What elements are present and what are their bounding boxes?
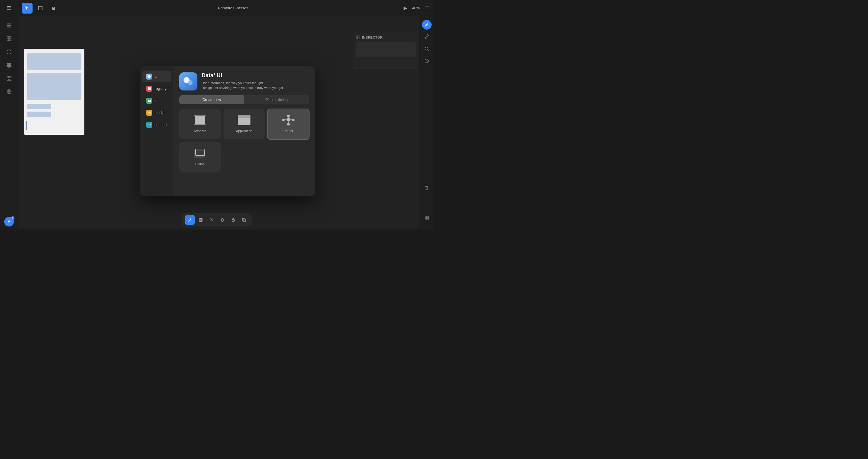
tab-place-existing[interactable]: Place existing bbox=[244, 95, 309, 104]
modal-header: Data² Ui User Interfaces, the way you ev… bbox=[179, 73, 309, 90]
preview-label bbox=[26, 121, 27, 130]
grid-item-dialog[interactable]: Dialog bbox=[179, 142, 221, 172]
topbar-center: Primeiros Passos bbox=[63, 6, 404, 10]
avatar-area: A 1 bbox=[0, 217, 18, 227]
svg-rect-31 bbox=[194, 124, 195, 125]
page-title: Primeiros Passos bbox=[218, 6, 248, 10]
right-icon-history[interactable] bbox=[422, 56, 432, 66]
svg-point-23 bbox=[148, 101, 149, 101]
svg-rect-13 bbox=[7, 76, 8, 78]
sidebar-icon-layers[interactable] bbox=[4, 20, 14, 31]
svg-rect-42 bbox=[282, 119, 284, 121]
svg-point-24 bbox=[147, 124, 148, 125]
right-icon-search[interactable] bbox=[422, 44, 432, 54]
hand-tool[interactable] bbox=[48, 3, 59, 13]
frame-tool[interactable] bbox=[35, 3, 46, 13]
modal-overlay: ui registry bbox=[36, 33, 419, 229]
topbar: ☰ Primeiros Passos ▶ 48% ⬚ bbox=[0, 0, 434, 16]
svg-rect-3 bbox=[38, 9, 39, 10]
play-button[interactable]: ▶ bbox=[404, 5, 407, 11]
svg-rect-46 bbox=[195, 149, 205, 151]
svg-rect-14 bbox=[10, 76, 11, 78]
svg-rect-2 bbox=[41, 6, 42, 7]
router-icon bbox=[281, 114, 296, 126]
canvas-area: INSPECTOR ui bbox=[18, 16, 434, 229]
svg-rect-30 bbox=[204, 115, 206, 116]
svg-rect-8 bbox=[7, 36, 9, 38]
sidebar-icon-components[interactable] bbox=[4, 33, 14, 44]
nav-label-id: id bbox=[155, 98, 157, 103]
modal-nav-item-id[interactable]: id bbox=[142, 95, 172, 106]
svg-rect-11 bbox=[9, 39, 11, 41]
modal-title-area: Data² Ui User Interfaces, the way you ev… bbox=[202, 73, 309, 90]
modal-nav: ui registry bbox=[140, 66, 173, 196]
svg-point-12 bbox=[7, 50, 11, 54]
svg-rect-28 bbox=[195, 116, 205, 124]
nav-label-media: media bbox=[155, 111, 164, 115]
svg-rect-29 bbox=[194, 115, 195, 116]
svg-rect-40 bbox=[287, 115, 290, 117]
avatar[interactable]: A 1 bbox=[4, 217, 14, 227]
svg-point-27 bbox=[188, 80, 193, 85]
zoom-level[interactable]: 48% bbox=[412, 6, 420, 10]
grid-item-artboard[interactable]: Artboard bbox=[179, 109, 221, 139]
right-icon-edit[interactable] bbox=[422, 20, 432, 30]
connect-icon bbox=[146, 122, 152, 128]
svg-rect-1 bbox=[38, 6, 39, 7]
svg-rect-41 bbox=[287, 123, 290, 125]
svg-point-47 bbox=[425, 47, 428, 50]
svg-rect-21 bbox=[148, 87, 151, 90]
modal-nav-item-connect[interactable]: connect bbox=[142, 119, 172, 130]
tab-create-new[interactable]: Create new bbox=[179, 95, 244, 104]
modal-subtitle2: Design just anything, what you see is tr… bbox=[202, 85, 309, 90]
modal-grid: Artboard Application bbox=[179, 109, 309, 172]
application-label: Application bbox=[236, 129, 252, 133]
topbar-menu[interactable]: ☰ bbox=[0, 5, 18, 11]
sidebar-icon-globe[interactable] bbox=[4, 86, 14, 97]
svg-point-25 bbox=[150, 124, 151, 125]
sidebar-icon-assets[interactable] bbox=[4, 47, 14, 57]
right-icon-link[interactable] bbox=[422, 32, 432, 41]
modal-logo bbox=[179, 73, 197, 90]
modal: ui registry bbox=[140, 66, 315, 196]
svg-rect-9 bbox=[9, 36, 11, 38]
svg-rect-35 bbox=[287, 118, 290, 121]
svg-rect-16 bbox=[10, 79, 11, 81]
grid-item-router[interactable]: Router bbox=[268, 109, 309, 139]
topbar-right: ▶ 48% ⬚ bbox=[404, 5, 434, 11]
svg-rect-34 bbox=[238, 115, 250, 118]
svg-rect-5 bbox=[7, 24, 11, 24]
dialog-icon bbox=[193, 147, 207, 159]
grid-item-application[interactable]: Application bbox=[224, 109, 265, 139]
modal-nav-item-ui[interactable]: ui bbox=[142, 71, 172, 82]
topbar-tools bbox=[18, 3, 63, 13]
registry-icon bbox=[146, 86, 152, 92]
artboard-icon bbox=[193, 114, 207, 126]
svg-rect-6 bbox=[7, 25, 11, 26]
export-button[interactable]: ⬚ bbox=[425, 5, 429, 11]
id-icon bbox=[146, 98, 152, 104]
cursor-tool[interactable] bbox=[22, 3, 33, 13]
modal-nav-item-registry[interactable]: registry bbox=[142, 83, 172, 94]
right-icon-delete[interactable] bbox=[422, 183, 432, 193]
modal-app-title: Data² Ui bbox=[202, 73, 309, 79]
sidebar-icon-stack[interactable] bbox=[4, 60, 14, 70]
right-sidebar bbox=[419, 16, 434, 229]
svg-rect-43 bbox=[292, 119, 294, 121]
ui-icon bbox=[146, 74, 152, 80]
modal-nav-item-media[interactable]: media bbox=[142, 107, 172, 118]
avatar-badge: 1 bbox=[11, 216, 14, 220]
svg-rect-10 bbox=[7, 39, 9, 41]
svg-rect-4 bbox=[41, 9, 42, 10]
right-icon-table[interactable] bbox=[422, 213, 432, 223]
sidebar-icon-grid[interactable] bbox=[4, 73, 14, 84]
nav-label-connect: connect bbox=[155, 123, 167, 127]
nav-label-registry: registry bbox=[155, 87, 166, 91]
svg-rect-7 bbox=[7, 27, 11, 27]
svg-point-20 bbox=[148, 76, 150, 78]
svg-rect-15 bbox=[7, 79, 8, 81]
router-label: Router bbox=[283, 129, 293, 133]
application-icon bbox=[237, 114, 251, 126]
nav-label-ui: ui bbox=[155, 75, 157, 79]
modal-tabs: Create new Place existing bbox=[179, 95, 309, 104]
